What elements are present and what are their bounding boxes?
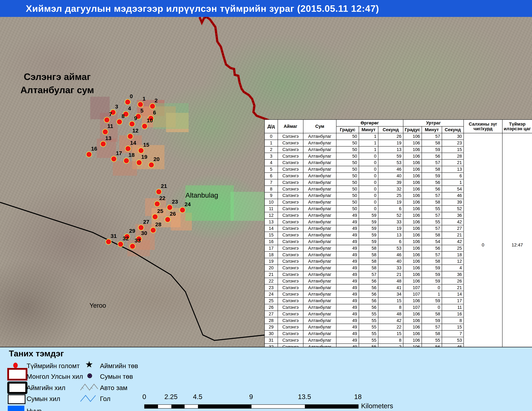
table-cell: 50 — [336, 146, 359, 153]
table-cell: Алтанбулаг — [303, 225, 336, 232]
fire-point-label: 24 — [185, 201, 191, 207]
table-cell: 0 — [265, 133, 278, 140]
table-cell: Сэлэнгэ — [278, 219, 303, 225]
table-cell: 49 — [336, 337, 359, 344]
table-cell: Алтанбулаг — [303, 271, 336, 278]
table-cell: 106 — [403, 173, 422, 179]
table-cell: 6 — [378, 238, 403, 245]
table-cell: Алтанбулаг — [303, 186, 336, 192]
fire-point-label: 8 — [122, 113, 125, 119]
table-cell: 19 — [378, 225, 403, 232]
table-cell: 21 — [442, 159, 464, 166]
fire-point-label: 30 — [141, 230, 147, 236]
table-cell: 12 — [442, 258, 464, 265]
table-cell: Алтанбулаг — [303, 212, 336, 219]
table-cell: 20 — [265, 265, 278, 271]
wind-header-line2: чиг/хурд — [464, 126, 502, 131]
table-cell: 12 — [265, 212, 278, 219]
table-cell: Алтанбулаг — [303, 252, 336, 258]
fire-point — [150, 103, 155, 109]
table-cell: 26 — [265, 304, 278, 311]
scalebar-tick: 18 — [354, 393, 362, 401]
table-cell: 1 — [359, 140, 378, 146]
table-cell: 0 — [359, 192, 378, 199]
fire-point — [165, 217, 171, 222]
table-cell: 58 — [359, 252, 378, 258]
table-cell: 36 — [442, 271, 464, 278]
table-cell: 21 — [442, 284, 464, 291]
table-cell: 58 — [422, 311, 442, 317]
fire-point-label: 1 — [142, 96, 146, 102]
fire-point-label: 21 — [161, 183, 167, 189]
table-cell: 16 — [265, 238, 278, 245]
table-cell: 21 — [442, 232, 464, 238]
table-cell: 107 — [403, 291, 422, 298]
col-header-lat-deg: Градус — [336, 126, 359, 133]
scalebar-tick: 2.25 — [164, 393, 178, 401]
table-cell: Сэлэнгэ — [278, 245, 303, 252]
table-cell: 0 — [359, 186, 378, 192]
table-cell: 52 — [442, 206, 464, 212]
table-cell: 49 — [336, 284, 359, 291]
table-cell: 32 — [378, 186, 403, 192]
table-row: 0СэлэнгэАлтанбулаг501261065730012:47 — [265, 133, 532, 140]
fire-point-label: 2 — [155, 97, 158, 103]
table-cell: Сэлэнгэ — [278, 284, 303, 291]
col-header-lat-min: Минут — [359, 126, 378, 133]
table-cell: Алтанбулаг — [303, 278, 336, 284]
table-cell: 50 — [336, 179, 359, 186]
table-cell: 56 — [359, 298, 378, 304]
fire-point-label: 13 — [105, 135, 111, 141]
table-cell: 28 — [442, 153, 464, 159]
fire-point — [138, 148, 144, 153]
table-cell: Сэлэнгэ — [278, 271, 303, 278]
col-header-longitude: Уртраг — [403, 120, 464, 126]
table-cell: 106 — [403, 159, 422, 166]
table-cell: 15 — [265, 232, 278, 238]
time-header-line2: илэрсэн цаг — [503, 126, 532, 131]
table-cell: Алтанбулаг — [303, 146, 336, 153]
table-cell: 27 — [442, 225, 464, 232]
table-cell: Сэлэнгэ — [278, 186, 303, 192]
table-cell: 50 — [336, 206, 359, 212]
table-cell: 57 — [422, 159, 442, 166]
table-cell: Алтанбулаг — [303, 265, 336, 271]
table-cell: 106 — [403, 337, 422, 344]
table-cell: 106 — [403, 225, 422, 232]
col-header-sum: Сум — [303, 120, 336, 133]
table-cell: 39 — [378, 179, 403, 186]
table-cell: Алтанбулаг — [303, 140, 336, 146]
table-cell: Сэлэнгэ — [278, 166, 303, 173]
table-cell: 49 — [336, 252, 359, 258]
table-cell: 58 — [422, 166, 442, 173]
table-cell: 50 — [336, 199, 359, 206]
fire-point — [180, 207, 185, 213]
fire-point-label: 26 — [170, 211, 176, 217]
country-border-legend-icon — [7, 368, 28, 381]
legend-label-sum-center: Сумын төв — [100, 373, 133, 380]
fire-point-label: 20 — [153, 156, 160, 162]
table-cell: Сэлэнгэ — [278, 265, 303, 271]
table-cell: Сэлэнгэ — [278, 330, 303, 337]
table-cell: Сэлэнгэ — [278, 146, 303, 153]
table-cell: 40 — [378, 173, 403, 179]
table-cell: 15 — [378, 330, 403, 337]
fire-point — [154, 201, 160, 207]
table-cell: 7 — [442, 330, 464, 337]
table-cell: Сэлэнгэ — [278, 252, 303, 258]
table-cell: 15 — [442, 324, 464, 330]
table-cell: 18 — [442, 252, 464, 258]
table-cell: 8 — [442, 317, 464, 324]
fire-point — [117, 119, 122, 125]
table-cell: 57 — [422, 133, 442, 140]
table-cell: 49 — [336, 304, 359, 311]
table-cell: 8 — [378, 304, 403, 311]
map-report-page: Хиймэл дагуулын мэдээгээр илрүүлсэн түйм… — [0, 0, 532, 411]
table-cell: 36 — [442, 212, 464, 219]
fire-point-label: 5 — [140, 108, 143, 114]
table-cell: 22 — [265, 278, 278, 284]
sum-border-legend-icon — [8, 394, 26, 404]
table-cell: 0 — [359, 179, 378, 186]
table-cell: Алтанбулаг — [303, 219, 336, 225]
table-cell: 18 — [265, 252, 278, 258]
